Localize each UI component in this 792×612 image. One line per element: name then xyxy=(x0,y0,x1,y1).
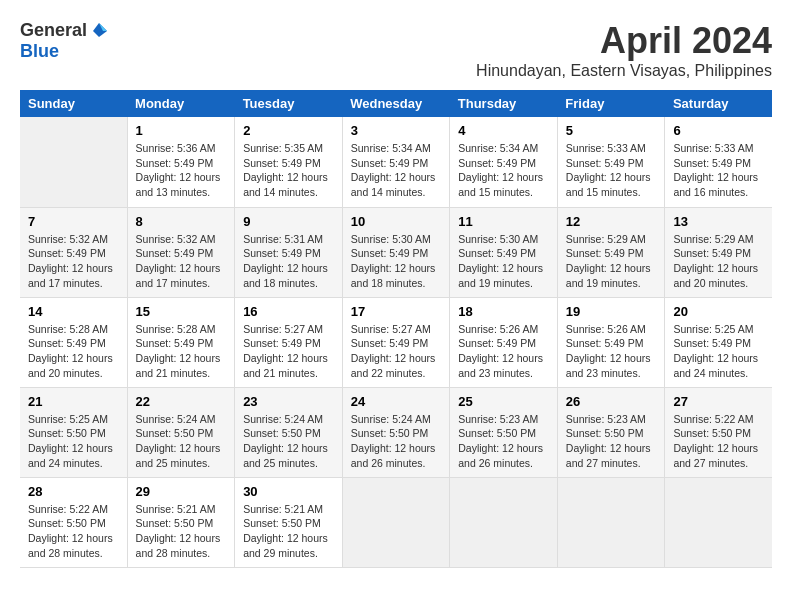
calendar-cell: 14Sunrise: 5:28 AM Sunset: 5:49 PM Dayli… xyxy=(20,297,127,387)
day-info: Sunrise: 5:27 AM Sunset: 5:49 PM Dayligh… xyxy=(243,322,334,381)
day-number: 9 xyxy=(243,214,334,229)
calendar-cell: 25Sunrise: 5:23 AM Sunset: 5:50 PM Dayli… xyxy=(450,387,558,477)
header-tuesday: Tuesday xyxy=(235,90,343,117)
calendar-cell: 2Sunrise: 5:35 AM Sunset: 5:49 PM Daylig… xyxy=(235,117,343,207)
calendar-week-row: 14Sunrise: 5:28 AM Sunset: 5:49 PM Dayli… xyxy=(20,297,772,387)
day-number: 19 xyxy=(566,304,657,319)
header-friday: Friday xyxy=(557,90,665,117)
calendar-week-row: 21Sunrise: 5:25 AM Sunset: 5:50 PM Dayli… xyxy=(20,387,772,477)
day-info: Sunrise: 5:24 AM Sunset: 5:50 PM Dayligh… xyxy=(243,412,334,471)
day-info: Sunrise: 5:22 AM Sunset: 5:50 PM Dayligh… xyxy=(28,502,119,561)
calendar-cell: 22Sunrise: 5:24 AM Sunset: 5:50 PM Dayli… xyxy=(127,387,235,477)
month-title: April 2024 xyxy=(476,20,772,62)
day-info: Sunrise: 5:26 AM Sunset: 5:49 PM Dayligh… xyxy=(458,322,549,381)
location-title: Hinundayan, Eastern Visayas, Philippines xyxy=(476,62,772,80)
day-number: 14 xyxy=(28,304,119,319)
calendar-cell: 20Sunrise: 5:25 AM Sunset: 5:49 PM Dayli… xyxy=(665,297,772,387)
day-info: Sunrise: 5:27 AM Sunset: 5:49 PM Dayligh… xyxy=(351,322,442,381)
calendar-week-row: 28Sunrise: 5:22 AM Sunset: 5:50 PM Dayli… xyxy=(20,477,772,567)
day-number: 15 xyxy=(136,304,227,319)
day-number: 13 xyxy=(673,214,764,229)
header-wednesday: Wednesday xyxy=(342,90,450,117)
day-number: 2 xyxy=(243,123,334,138)
logo-icon xyxy=(89,21,109,41)
day-number: 25 xyxy=(458,394,549,409)
day-number: 12 xyxy=(566,214,657,229)
day-number: 20 xyxy=(673,304,764,319)
day-info: Sunrise: 5:30 AM Sunset: 5:49 PM Dayligh… xyxy=(351,232,442,291)
calendar-header-row: SundayMondayTuesdayWednesdayThursdayFrid… xyxy=(20,90,772,117)
day-info: Sunrise: 5:23 AM Sunset: 5:50 PM Dayligh… xyxy=(458,412,549,471)
day-info: Sunrise: 5:28 AM Sunset: 5:49 PM Dayligh… xyxy=(136,322,227,381)
day-info: Sunrise: 5:25 AM Sunset: 5:49 PM Dayligh… xyxy=(673,322,764,381)
day-info: Sunrise: 5:34 AM Sunset: 5:49 PM Dayligh… xyxy=(351,141,442,200)
day-number: 6 xyxy=(673,123,764,138)
calendar-cell: 29Sunrise: 5:21 AM Sunset: 5:50 PM Dayli… xyxy=(127,477,235,567)
day-info: Sunrise: 5:22 AM Sunset: 5:50 PM Dayligh… xyxy=(673,412,764,471)
day-info: Sunrise: 5:32 AM Sunset: 5:49 PM Dayligh… xyxy=(28,232,119,291)
day-number: 7 xyxy=(28,214,119,229)
calendar-cell xyxy=(20,117,127,207)
calendar-cell: 11Sunrise: 5:30 AM Sunset: 5:49 PM Dayli… xyxy=(450,207,558,297)
day-info: Sunrise: 5:21 AM Sunset: 5:50 PM Dayligh… xyxy=(136,502,227,561)
day-info: Sunrise: 5:29 AM Sunset: 5:49 PM Dayligh… xyxy=(673,232,764,291)
calendar-cell: 21Sunrise: 5:25 AM Sunset: 5:50 PM Dayli… xyxy=(20,387,127,477)
day-info: Sunrise: 5:32 AM Sunset: 5:49 PM Dayligh… xyxy=(136,232,227,291)
calendar-week-row: 7Sunrise: 5:32 AM Sunset: 5:49 PM Daylig… xyxy=(20,207,772,297)
calendar-cell: 23Sunrise: 5:24 AM Sunset: 5:50 PM Dayli… xyxy=(235,387,343,477)
day-info: Sunrise: 5:35 AM Sunset: 5:49 PM Dayligh… xyxy=(243,141,334,200)
day-number: 30 xyxy=(243,484,334,499)
day-number: 5 xyxy=(566,123,657,138)
day-number: 21 xyxy=(28,394,119,409)
calendar-week-row: 1Sunrise: 5:36 AM Sunset: 5:49 PM Daylig… xyxy=(20,117,772,207)
day-number: 3 xyxy=(351,123,442,138)
calendar-cell: 12Sunrise: 5:29 AM Sunset: 5:49 PM Dayli… xyxy=(557,207,665,297)
calendar-table: SundayMondayTuesdayWednesdayThursdayFrid… xyxy=(20,90,772,568)
calendar-cell: 24Sunrise: 5:24 AM Sunset: 5:50 PM Dayli… xyxy=(342,387,450,477)
day-number: 29 xyxy=(136,484,227,499)
header-thursday: Thursday xyxy=(450,90,558,117)
logo-general-text: General xyxy=(20,20,87,41)
calendar-cell: 8Sunrise: 5:32 AM Sunset: 5:49 PM Daylig… xyxy=(127,207,235,297)
calendar-cell: 5Sunrise: 5:33 AM Sunset: 5:49 PM Daylig… xyxy=(557,117,665,207)
calendar-cell: 16Sunrise: 5:27 AM Sunset: 5:49 PM Dayli… xyxy=(235,297,343,387)
day-info: Sunrise: 5:24 AM Sunset: 5:50 PM Dayligh… xyxy=(136,412,227,471)
title-area: April 2024 Hinundayan, Eastern Visayas, … xyxy=(476,20,772,80)
calendar-cell: 17Sunrise: 5:27 AM Sunset: 5:49 PM Dayli… xyxy=(342,297,450,387)
calendar-cell: 28Sunrise: 5:22 AM Sunset: 5:50 PM Dayli… xyxy=(20,477,127,567)
header: General Blue April 2024 Hinundayan, East… xyxy=(20,20,772,80)
day-number: 26 xyxy=(566,394,657,409)
day-number: 27 xyxy=(673,394,764,409)
day-info: Sunrise: 5:34 AM Sunset: 5:49 PM Dayligh… xyxy=(458,141,549,200)
calendar-cell: 26Sunrise: 5:23 AM Sunset: 5:50 PM Dayli… xyxy=(557,387,665,477)
header-saturday: Saturday xyxy=(665,90,772,117)
calendar-cell: 15Sunrise: 5:28 AM Sunset: 5:49 PM Dayli… xyxy=(127,297,235,387)
day-number: 4 xyxy=(458,123,549,138)
calendar-cell: 19Sunrise: 5:26 AM Sunset: 5:49 PM Dayli… xyxy=(557,297,665,387)
day-info: Sunrise: 5:33 AM Sunset: 5:49 PM Dayligh… xyxy=(566,141,657,200)
day-info: Sunrise: 5:25 AM Sunset: 5:50 PM Dayligh… xyxy=(28,412,119,471)
calendar-cell: 6Sunrise: 5:33 AM Sunset: 5:49 PM Daylig… xyxy=(665,117,772,207)
calendar-cell: 30Sunrise: 5:21 AM Sunset: 5:50 PM Dayli… xyxy=(235,477,343,567)
calendar-cell: 9Sunrise: 5:31 AM Sunset: 5:49 PM Daylig… xyxy=(235,207,343,297)
day-info: Sunrise: 5:23 AM Sunset: 5:50 PM Dayligh… xyxy=(566,412,657,471)
day-info: Sunrise: 5:26 AM Sunset: 5:49 PM Dayligh… xyxy=(566,322,657,381)
calendar-cell: 3Sunrise: 5:34 AM Sunset: 5:49 PM Daylig… xyxy=(342,117,450,207)
day-number: 22 xyxy=(136,394,227,409)
day-info: Sunrise: 5:31 AM Sunset: 5:49 PM Dayligh… xyxy=(243,232,334,291)
day-number: 1 xyxy=(136,123,227,138)
logo-blue-text: Blue xyxy=(20,41,59,62)
calendar-cell: 1Sunrise: 5:36 AM Sunset: 5:49 PM Daylig… xyxy=(127,117,235,207)
day-number: 23 xyxy=(243,394,334,409)
day-number: 11 xyxy=(458,214,549,229)
day-info: Sunrise: 5:21 AM Sunset: 5:50 PM Dayligh… xyxy=(243,502,334,561)
day-info: Sunrise: 5:24 AM Sunset: 5:50 PM Dayligh… xyxy=(351,412,442,471)
calendar-cell: 27Sunrise: 5:22 AM Sunset: 5:50 PM Dayli… xyxy=(665,387,772,477)
day-number: 24 xyxy=(351,394,442,409)
day-number: 18 xyxy=(458,304,549,319)
day-number: 8 xyxy=(136,214,227,229)
day-number: 16 xyxy=(243,304,334,319)
calendar-cell: 18Sunrise: 5:26 AM Sunset: 5:49 PM Dayli… xyxy=(450,297,558,387)
day-number: 28 xyxy=(28,484,119,499)
day-info: Sunrise: 5:36 AM Sunset: 5:49 PM Dayligh… xyxy=(136,141,227,200)
